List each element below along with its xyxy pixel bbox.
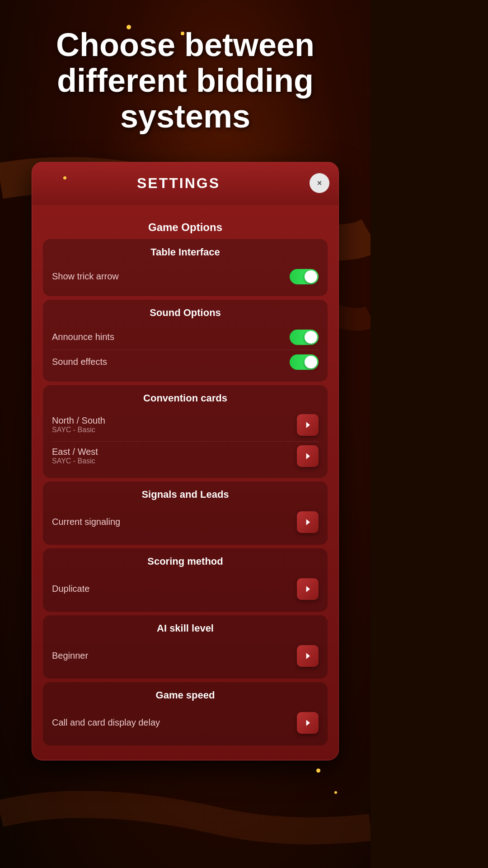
table-interface-title: Table Interface	[52, 246, 319, 258]
show-trick-arrow-row: Show trick arrow	[52, 264, 319, 289]
north-south-sublabel: SAYC - Basic	[52, 426, 105, 434]
toggle-knob	[305, 356, 317, 368]
modal-body: Game Options Table Interface Show trick …	[32, 205, 338, 760]
svg-marker-5	[306, 720, 310, 726]
sound-options-card: Sound Options Announce hints Sound effec…	[43, 300, 328, 382]
svg-marker-4	[306, 653, 310, 659]
current-signaling-label: Current signaling	[52, 517, 120, 527]
call-card-delay-label: Call and card display delay	[52, 717, 160, 728]
scoring-method-title: Scoring method	[52, 556, 319, 567]
duplicate-label: Duplicate	[52, 584, 89, 594]
toggle-knob	[305, 270, 317, 283]
call-card-delay-row: Call and card display delay	[52, 708, 319, 738]
scoring-method-card: Scoring method Duplicate	[43, 548, 328, 612]
show-trick-arrow-label: Show trick arrow	[52, 271, 119, 282]
ai-skill-level-title: AI skill level	[52, 623, 319, 634]
show-trick-arrow-toggle[interactable]	[290, 269, 319, 284]
signals-leads-card: Signals and Leads Current signaling	[43, 481, 328, 545]
beginner-arrow-button[interactable]	[297, 645, 319, 667]
sound-effects-label: Sound effects	[52, 357, 107, 367]
convention-cards-card: Convention cards North / South SAYC - Ba…	[43, 385, 328, 478]
announce-hints-label: Announce hints	[52, 332, 114, 342]
beginner-row: Beginner	[52, 641, 319, 671]
call-card-delay-arrow-button[interactable]	[297, 712, 319, 734]
game-speed-card: Game speed Call and card display delay	[43, 682, 328, 745]
east-west-info: East / West SAYC - Basic	[52, 447, 98, 465]
modal-title: SETTINGS	[137, 175, 220, 192]
sound-options-title: Sound Options	[52, 307, 319, 319]
east-west-row: East / West SAYC - Basic	[52, 441, 319, 471]
svg-marker-1	[306, 453, 310, 459]
hero-title: Choose between different bidding systems	[27, 27, 343, 135]
signals-leads-title: Signals and Leads	[52, 489, 319, 500]
east-west-label: East / West	[52, 447, 98, 457]
north-south-row: North / South SAYC - Basic	[52, 410, 319, 439]
north-south-info: North / South SAYC - Basic	[52, 415, 105, 434]
svg-marker-3	[306, 586, 310, 592]
svg-marker-0	[306, 422, 310, 428]
ai-skill-level-card: AI skill level Beginner	[43, 615, 328, 679]
modal-header: SETTINGS ×	[32, 162, 338, 205]
duplicate-arrow-button[interactable]	[297, 578, 319, 600]
duplicate-row: Duplicate	[52, 574, 319, 604]
announce-hints-row: Announce hints	[52, 325, 319, 349]
settings-modal: SETTINGS × Game Options Table Interface …	[32, 162, 339, 760]
beginner-label: Beginner	[52, 651, 88, 661]
announce-hints-toggle[interactable]	[290, 330, 319, 345]
east-west-sublabel: SAYC - Basic	[52, 457, 98, 465]
svg-marker-2	[306, 519, 310, 525]
current-signaling-arrow-button[interactable]	[297, 511, 319, 533]
east-west-arrow-button[interactable]	[297, 445, 319, 467]
sound-effects-toggle[interactable]	[290, 354, 319, 370]
close-button[interactable]: ×	[310, 173, 329, 193]
table-interface-card: Table Interface Show trick arrow	[43, 239, 328, 296]
game-options-section-header: Game Options	[43, 214, 328, 239]
north-south-label: North / South	[52, 415, 105, 426]
north-south-arrow-button[interactable]	[297, 414, 319, 436]
game-speed-title: Game speed	[52, 689, 319, 701]
current-signaling-row: Current signaling	[52, 507, 319, 538]
convention-cards-title: Convention cards	[52, 392, 319, 404]
toggle-knob	[305, 331, 317, 344]
sound-effects-row: Sound effects	[52, 349, 319, 374]
